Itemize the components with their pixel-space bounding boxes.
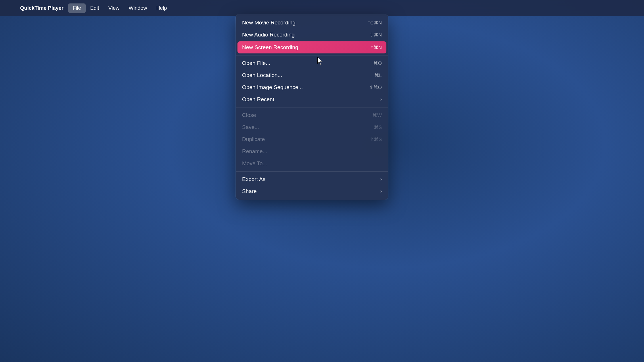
menu-item-open-file[interactable]: Open File... ⌘O [236,57,388,69]
separator-3 [236,171,388,172]
help-menu[interactable]: Help [152,3,172,13]
menu-item-export-as-label: Export As [242,176,380,182]
menu-item-save-label: Save... [242,124,374,130]
edit-menu[interactable]: Edit [86,3,104,13]
menu-item-open-file-label: Open File... [242,60,373,66]
menu-item-open-location[interactable]: Open Location... ⌘L [236,69,388,81]
menu-item-save-shortcut: ⌘S [374,124,382,130]
menu-item-new-screen-recording-label: New Screen Recording [242,44,371,51]
menu-item-close: Close ⌘W [236,109,388,121]
menu-item-duplicate-shortcut: ⇧⌘S [370,136,382,143]
menu-item-new-movie-recording-shortcut: ⌥⌘N [368,20,382,26]
view-menu[interactable]: View [104,3,124,13]
menu-item-open-location-shortcut: ⌘L [374,72,382,78]
menu-item-share-label: Share [242,188,380,195]
separator-1 [236,55,388,55]
menu-item-close-shortcut: ⌘W [372,112,382,118]
menu-item-new-movie-recording[interactable]: New Movie Recording ⌥⌘N [236,17,388,29]
menu-item-save: Save... ⌘S [236,121,388,133]
menu-item-duplicate-label: Duplicate [242,136,370,143]
menu-item-new-audio-recording-shortcut: ⇧⌘N [369,32,382,38]
menu-item-new-audio-recording[interactable]: New Audio Recording ⇧⌘N [236,29,388,41]
menu-item-open-image-sequence-shortcut: ⇧⌘O [369,84,382,90]
export-as-submenu-arrow: › [380,177,382,182]
menu-item-open-recent[interactable]: Open Recent › [236,93,388,105]
menu-item-rename-label: Rename... [242,148,382,155]
file-dropdown-menu: New Movie Recording ⌥⌘N New Audio Record… [236,14,388,200]
menu-item-new-movie-recording-label: New Movie Recording [242,20,368,26]
menu-item-open-image-sequence[interactable]: Open Image Sequence... ⇧⌘O [236,81,388,93]
menu-item-move-to-label: Move To... [242,160,382,167]
window-menu[interactable]: Window [124,3,152,13]
share-submenu-arrow: › [380,189,382,194]
menu-item-open-image-sequence-label: Open Image Sequence... [242,84,369,90]
separator-2 [236,107,388,107]
menu-item-move-to: Move To... [236,157,388,170]
menu-item-new-screen-recording[interactable]: New Screen Recording ^⌘N [237,41,386,53]
menubar: QuickTime Player File Edit View Window H… [0,0,644,16]
menu-item-share[interactable]: Share › [236,185,388,197]
menu-item-open-location-label: Open Location... [242,72,374,78]
menu-item-new-audio-recording-label: New Audio Recording [242,32,369,38]
menu-item-duplicate: Duplicate ⇧⌘S [236,133,388,145]
menu-item-new-screen-recording-shortcut: ^⌘N [371,45,382,51]
menu-item-export-as[interactable]: Export As › [236,173,388,185]
menu-item-close-label: Close [242,112,372,118]
menu-item-open-file-shortcut: ⌘O [373,60,382,66]
file-menu[interactable]: File [68,3,86,13]
menu-item-open-recent-label: Open Recent [242,96,380,103]
app-name-menu[interactable]: QuickTime Player [16,3,68,13]
open-recent-submenu-arrow: › [380,97,382,102]
menu-item-rename: Rename... [236,145,388,157]
